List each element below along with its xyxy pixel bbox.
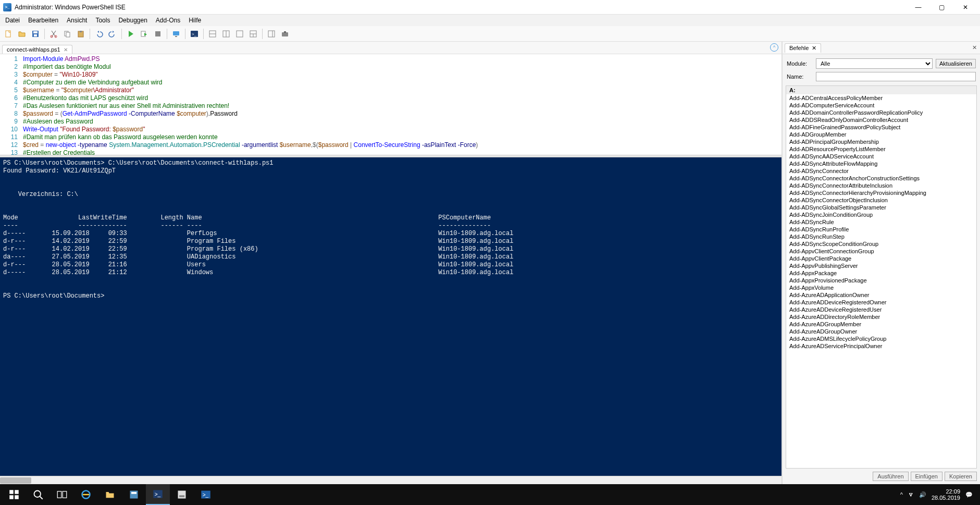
command-item[interactable]: Add-ADDSReadOnlyDomainControllerAccount [786, 116, 976, 124]
command-item[interactable]: Add-ADSyncConnectorObjectInclusion [786, 196, 976, 204]
menu-hilfe[interactable]: Hilfe [184, 16, 205, 25]
network-icon[interactable]: ⛛ [908, 491, 914, 498]
menu-datei[interactable]: Datei [1, 16, 24, 25]
explorer-icon[interactable] [98, 484, 122, 505]
redo-button[interactable] [106, 28, 119, 40]
command-item[interactable]: Add-ADPrincipalGroupMembership [786, 138, 976, 145]
command-item[interactable]: Add-AzureADServicePrincipalOwner [786, 342, 976, 350]
copy-command-button[interactable]: Kopieren [945, 472, 977, 481]
ie-icon[interactable] [74, 484, 98, 505]
command-item[interactable]: Add-AzureADApplicationOwner [786, 291, 976, 299]
layout-4-button[interactable] [247, 28, 259, 40]
command-item[interactable]: Add-ADSyncConnectorHierarchyProvisioning… [786, 189, 976, 196]
run-selection-button[interactable] [138, 28, 151, 40]
line-gutter: 123456789101112131415161718 [0, 54, 21, 155]
module-select[interactable]: Alle [816, 58, 933, 69]
close-button[interactable]: ✕ [953, 0, 977, 15]
command-item[interactable]: Add-AppvClientPackage [786, 255, 976, 262]
powershell-ise-taskbar-icon[interactable]: >_ [146, 484, 170, 505]
commands-list[interactable]: A: Add-ADCentralAccessPolicyMemberAdd-AD… [786, 85, 977, 469]
command-item[interactable]: Add-ADSyncGlobalSettingsParameter [786, 204, 976, 211]
command-item[interactable]: Add-ADSyncConnectorAnchorConstructionSet… [786, 175, 976, 182]
task-view-icon[interactable] [50, 484, 74, 505]
command-item[interactable]: Add-ADResourcePropertyListMember [786, 145, 976, 153]
command-item[interactable]: Add-ADComputerServiceAccount [786, 102, 976, 109]
script-tab[interactable]: connect-withlaps.ps1 ✕ [2, 45, 72, 54]
command-item[interactable]: Add-AzureADGroupMember [786, 321, 976, 328]
close-commands-icon[interactable]: ✕ [812, 45, 816, 52]
command-item[interactable]: Add-AzureADGroupOwner [786, 328, 976, 335]
tray-up-icon[interactable]: ^ [900, 491, 903, 498]
show-command-button[interactable] [265, 28, 278, 40]
clock[interactable]: 22:09 28.05.2019 [932, 488, 960, 501]
remote-button[interactable] [170, 28, 182, 40]
search-icon[interactable] [26, 484, 50, 505]
command-item[interactable]: Add-ADSyncRunProfile [786, 226, 976, 233]
menu-debuggen[interactable]: Debuggen [114, 16, 151, 25]
horizontal-scrollbar[interactable] [0, 476, 781, 484]
command-item[interactable]: Add-AppvPublishingServer [786, 262, 976, 269]
open-button[interactable] [16, 28, 28, 40]
command-item[interactable]: Add-ADFineGrainedPasswordPolicySubject [786, 124, 976, 131]
code-area[interactable]: Import-Module AdmPwd.PS#Importiert das b… [21, 54, 480, 155]
commands-tab[interactable]: Befehle ✕ [785, 43, 821, 53]
command-item[interactable]: Add-AzureADDirectoryRoleMember [786, 313, 976, 321]
command-item[interactable]: Add-AppxProvisionedPackage [786, 277, 976, 284]
collapse-editor-icon[interactable]: ^ [770, 43, 778, 52]
new-button[interactable] [2, 28, 15, 40]
name-label: Name: [787, 73, 813, 80]
separator [167, 29, 167, 39]
command-item[interactable]: Add-ADSyncJoinConditionGroup [786, 211, 976, 218]
command-item[interactable]: Add-AzureADDeviceRegisteredOwner [786, 299, 976, 306]
notifications-icon[interactable]: 💬 [965, 491, 973, 498]
command-item[interactable]: Add-AppxVolume [786, 284, 976, 291]
svg-rect-7 [66, 32, 70, 37]
menu-ansicht[interactable]: Ansicht [63, 16, 91, 25]
insert-command-button[interactable]: Einfügen [911, 472, 942, 481]
layout-2-button[interactable] [220, 28, 232, 40]
command-item[interactable]: Add-ADSyncAttributeFlowMapping [786, 160, 976, 167]
toolbox-button[interactable] [279, 28, 291, 40]
server-manager-icon[interactable] [122, 484, 146, 505]
command-item[interactable]: Add-ADSyncConnector [786, 167, 976, 175]
undo-button[interactable] [93, 28, 105, 40]
run-command-button[interactable]: Ausführen [873, 472, 908, 481]
close-tab-icon[interactable]: ✕ [64, 47, 68, 53]
maximize-button[interactable]: ▢ [930, 0, 953, 15]
command-item[interactable]: Add-ADGroupMember [786, 131, 976, 138]
command-item[interactable]: Add-ADDomainControllerPasswordReplicatio… [786, 109, 976, 116]
save-button[interactable] [29, 28, 42, 40]
cut-button[interactable] [47, 28, 60, 40]
menu-bearbeiten[interactable]: Bearbeiten [24, 16, 63, 25]
command-item[interactable]: Add-ADSyncScopeConditionGroup [786, 240, 976, 248]
start-button[interactable] [2, 484, 26, 505]
command-item[interactable]: Add-ADSyncConnectorAttributeInclusion [786, 182, 976, 189]
app-icon-2[interactable] [170, 484, 194, 505]
command-item[interactable]: Add-AppvClientConnectionGroup [786, 248, 976, 255]
stop-button[interactable] [152, 28, 164, 40]
command-item[interactable]: Add-ADCentralAccessPolicyMember [786, 94, 976, 102]
layout-1-button[interactable] [206, 28, 219, 40]
command-item[interactable]: Add-AppxPackage [786, 269, 976, 277]
close-pane-icon[interactable]: ✕ [972, 44, 977, 51]
refresh-button[interactable]: Aktualisieren [936, 59, 976, 68]
powershell-button[interactable]: >_ [188, 28, 201, 40]
command-item[interactable]: Add-AzureADDeviceRegisteredUser [786, 306, 976, 313]
copy-button[interactable] [61, 28, 73, 40]
script-editor[interactable]: 123456789101112131415161718 Import-Modul… [0, 54, 781, 155]
console-pane[interactable]: PS C:\Users\root\Documents> C:\Users\roo… [0, 157, 781, 476]
powershell-taskbar-icon[interactable]: >_ [194, 484, 218, 505]
name-input[interactable] [816, 72, 976, 81]
command-item[interactable]: Add-ADSyncAADServiceAccount [786, 153, 976, 160]
run-button[interactable] [125, 28, 137, 40]
menu-add-ons[interactable]: Add-Ons [152, 16, 184, 25]
paste-button[interactable] [75, 28, 87, 40]
command-item[interactable]: Add-ADSyncRule [786, 218, 976, 226]
scrollbar-thumb[interactable] [0, 477, 31, 484]
sound-icon[interactable]: 🔊 [919, 491, 926, 498]
layout-3-button[interactable] [233, 28, 246, 40]
command-item[interactable]: Add-AzureADMSLifecyclePolicyGroup [786, 335, 976, 342]
menu-tools[interactable]: Tools [91, 16, 114, 25]
minimize-button[interactable]: — [907, 0, 930, 15]
command-item[interactable]: Add-ADSyncRunStep [786, 233, 976, 240]
